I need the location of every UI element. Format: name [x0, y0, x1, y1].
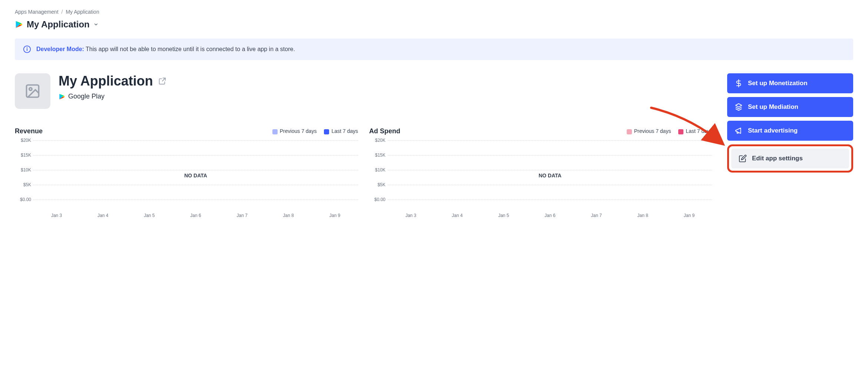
x-tick: Jan 9	[666, 213, 712, 218]
x-tick: Jan 3	[33, 213, 80, 218]
x-tick: Jan 7	[573, 213, 620, 218]
banner-mode-label: Developer Mode:	[36, 46, 84, 52]
info-icon	[23, 45, 31, 53]
app-switcher-title: My Application	[27, 19, 90, 30]
x-tick: Jan 4	[434, 213, 480, 218]
y-tick: $20K	[15, 138, 31, 143]
x-tick: Jan 8	[620, 213, 666, 218]
y-tick: $5K	[15, 182, 31, 187]
app-thumbnail	[15, 73, 50, 109]
start-advertising-button[interactable]: Start advertising	[727, 121, 853, 141]
revenue-chart-title: Revenue	[15, 127, 43, 135]
x-tick: Jan 9	[312, 213, 358, 218]
x-tick: Jan 6	[527, 213, 573, 218]
setup-mediation-label: Set up Mediation	[748, 103, 798, 111]
revenue-chart-body: $20K $15K $10K $5K $0.00 NO DATA	[33, 140, 358, 211]
swatch-blue-light-icon	[272, 129, 278, 134]
svg-point-2	[27, 47, 27, 48]
app-header: My Application Google Play	[15, 73, 712, 109]
y-tick: $0.00	[369, 197, 385, 202]
revenue-chart: Revenue Previous 7 days Last 7 days $20K…	[15, 127, 358, 218]
x-tick: Jan 6	[172, 213, 219, 218]
breadcrumb-current: My Application	[66, 9, 99, 15]
dollar-icon	[735, 79, 743, 87]
y-tick: $15K	[15, 153, 31, 158]
adspend-chart-title: Ad Spend	[369, 127, 400, 135]
adspend-legend-last: Last 7 days	[678, 128, 712, 134]
setup-mediation-button[interactable]: Set up Mediation	[727, 97, 853, 117]
layers-icon	[735, 103, 743, 111]
x-tick: Jan 3	[388, 213, 434, 218]
app-switcher[interactable]: My Application	[15, 19, 853, 30]
start-advertising-label: Start advertising	[748, 127, 798, 134]
setup-monetization-label: Set up Monetization	[748, 80, 808, 87]
adspend-no-data: NO DATA	[539, 173, 561, 178]
edit-app-settings-button[interactable]: Edit app settings	[731, 148, 849, 168]
external-link-icon[interactable]	[158, 77, 166, 85]
app-store-row: Google Play	[59, 93, 166, 100]
edit-app-settings-label: Edit app settings	[752, 155, 803, 162]
y-tick: $10K	[15, 167, 31, 173]
swatch-pink-light-icon	[627, 129, 632, 134]
revenue-legend-prev: Previous 7 days	[272, 128, 317, 134]
app-title-row: My Application	[59, 73, 166, 89]
adspend-x-axis: Jan 3 Jan 4 Jan 5 Jan 6 Jan 7 Jan 8 Jan …	[388, 213, 712, 218]
revenue-legend-last: Last 7 days	[324, 128, 358, 134]
adspend-chart: Ad Spend Previous 7 days Last 7 days $20…	[369, 127, 712, 218]
swatch-pink-dark-icon	[678, 129, 683, 134]
x-tick: Jan 4	[80, 213, 126, 218]
y-tick: $5K	[369, 182, 385, 187]
edit-settings-highlight: Edit app settings	[727, 144, 853, 173]
x-tick: Jan 5	[480, 213, 527, 218]
breadcrumb-root[interactable]: Apps Management	[15, 9, 59, 15]
x-tick: Jan 7	[219, 213, 265, 218]
revenue-no-data: NO DATA	[184, 173, 207, 178]
megaphone-icon	[735, 127, 743, 135]
breadcrumb-sep: /	[62, 9, 63, 15]
swatch-blue-dark-icon	[324, 129, 329, 134]
y-tick: $20K	[369, 138, 385, 143]
breadcrumb: Apps Management / My Application	[15, 9, 853, 15]
setup-monetization-button[interactable]: Set up Monetization	[727, 73, 853, 93]
y-tick: $10K	[369, 167, 385, 173]
x-tick: Jan 8	[265, 213, 312, 218]
chevron-down-icon	[93, 22, 99, 27]
developer-mode-banner: Developer Mode: This app will not be abl…	[15, 39, 853, 60]
edit-icon	[739, 154, 747, 163]
adspend-chart-body: $20K $15K $10K $5K $0.00 NO DATA	[388, 140, 712, 211]
y-tick: $15K	[369, 153, 385, 158]
app-store-name: Google Play	[68, 93, 105, 100]
y-tick: $0.00	[15, 197, 31, 202]
adspend-legend-prev: Previous 7 days	[627, 128, 671, 134]
banner-text: Developer Mode: This app will not be abl…	[36, 46, 295, 53]
x-tick: Jan 5	[126, 213, 172, 218]
image-placeholder-icon	[24, 83, 41, 99]
google-play-icon	[59, 93, 65, 100]
banner-message: This app will not be able to monetize un…	[86, 46, 295, 52]
svg-point-4	[29, 88, 32, 90]
app-title: My Application	[59, 73, 153, 89]
revenue-x-axis: Jan 3 Jan 4 Jan 5 Jan 6 Jan 7 Jan 8 Jan …	[33, 213, 358, 218]
google-play-icon	[15, 20, 23, 29]
